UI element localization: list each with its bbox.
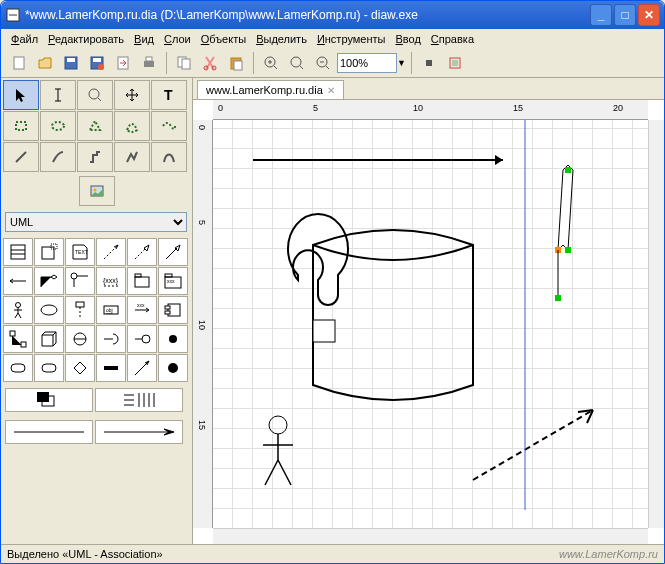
svg-point-56 xyxy=(168,363,178,373)
export-button[interactable] xyxy=(111,51,135,75)
uml-dependency[interactable] xyxy=(96,238,126,266)
svg-point-51 xyxy=(142,335,150,343)
tool-bezier[interactable] xyxy=(151,142,187,172)
svg-rect-5 xyxy=(93,58,101,62)
arrow-start[interactable] xyxy=(5,420,93,444)
uml-object[interactable]: obj xyxy=(96,296,126,324)
tool-text-edit[interactable] xyxy=(40,80,76,110)
uml-transition[interactable] xyxy=(127,354,157,382)
tool-polygon[interactable] xyxy=(77,111,113,141)
svg-rect-34 xyxy=(135,277,149,287)
uml-fork[interactable] xyxy=(96,354,126,382)
svg-point-17 xyxy=(291,57,301,67)
uml-receptacle[interactable] xyxy=(96,325,126,353)
shapeset-select[interactable]: UML xyxy=(5,212,187,232)
line-styles[interactable] xyxy=(95,388,183,412)
svg-rect-35 xyxy=(135,274,141,277)
tool-magnify[interactable] xyxy=(77,80,113,110)
tool-zigzag[interactable] xyxy=(77,142,113,172)
menu-edit[interactable]: Редактировать xyxy=(44,31,128,47)
tool-polyline[interactable] xyxy=(114,142,150,172)
zoom-input[interactable] xyxy=(337,53,397,73)
copy-button[interactable] xyxy=(172,51,196,75)
arrow-end[interactable] xyxy=(95,420,183,444)
uml-lifeline[interactable] xyxy=(65,296,95,324)
snap-toggle[interactable] xyxy=(443,51,467,75)
uml-provide[interactable] xyxy=(127,325,157,353)
cut-button[interactable] xyxy=(198,51,222,75)
new-button[interactable] xyxy=(7,51,31,75)
main-toolbar: ▼ xyxy=(1,49,664,78)
uml-realizes[interactable] xyxy=(127,238,157,266)
svg-rect-53 xyxy=(11,364,25,372)
titlebar[interactable]: *www.LamerKomp.ru.dia (D:\LamerKomp\www.… xyxy=(1,1,664,29)
svg-point-40 xyxy=(41,305,57,315)
svg-point-25 xyxy=(52,122,64,130)
save-button[interactable] xyxy=(59,51,83,75)
menu-help[interactable]: Справка xyxy=(427,31,478,47)
svg-rect-11 xyxy=(182,59,190,69)
print-button[interactable] xyxy=(137,51,161,75)
uml-largepackage[interactable]: xxx xyxy=(158,267,188,295)
grid-toggle[interactable] xyxy=(417,51,441,75)
ruler-vertical: 0 5 10 15 xyxy=(193,120,213,528)
uml-initial[interactable] xyxy=(158,354,188,382)
uml-template[interactable] xyxy=(34,238,64,266)
minimize-button[interactable]: _ xyxy=(590,4,612,26)
tool-arc[interactable] xyxy=(40,142,76,172)
menu-layers[interactable]: Слои xyxy=(160,31,195,47)
tool-outline[interactable] xyxy=(151,111,187,141)
scrollbar-vertical[interactable] xyxy=(648,120,664,528)
paste-button[interactable] xyxy=(224,51,248,75)
open-button[interactable] xyxy=(33,51,57,75)
maximize-button[interactable]: □ xyxy=(614,4,636,26)
zoom-button[interactable] xyxy=(285,51,309,75)
uml-actor[interactable] xyxy=(3,296,33,324)
uml-implements[interactable] xyxy=(65,267,95,295)
menu-view[interactable]: Вид xyxy=(130,31,158,47)
uml-constraint[interactable]: {xxx} xyxy=(96,267,126,295)
uml-activity[interactable] xyxy=(34,354,64,382)
svg-rect-62 xyxy=(565,167,571,173)
tool-box[interactable] xyxy=(3,111,39,141)
menu-file[interactable]: ФФайлайл xyxy=(7,31,42,47)
uml-branch[interactable] xyxy=(65,354,95,382)
tool-image[interactable] xyxy=(79,176,115,206)
uml-note[interactable]: TEXT xyxy=(65,238,95,266)
ruler-horizontal: 0 5 10 15 20 xyxy=(213,100,648,120)
uml-smallpackage[interactable] xyxy=(127,267,157,295)
tab-close-icon[interactable]: ✕ xyxy=(327,85,335,96)
statusbar: Выделено «UML - Association» www.LamerKo… xyxy=(1,544,664,563)
uml-component[interactable] xyxy=(158,296,188,324)
menu-objects[interactable]: Объекты xyxy=(197,31,250,47)
document-tab[interactable]: www.LamerKomp.ru.dia ✕ xyxy=(197,80,344,99)
uml-feature[interactable] xyxy=(3,325,33,353)
tool-pointer[interactable] xyxy=(3,80,39,110)
uml-node[interactable] xyxy=(34,325,64,353)
tool-line[interactable] xyxy=(3,142,39,172)
svg-text:xxx: xxx xyxy=(167,278,175,284)
uml-state[interactable] xyxy=(3,354,33,382)
tool-text[interactable]: T xyxy=(151,80,187,110)
canvas[interactable] xyxy=(213,120,648,528)
scrollbar-horizontal[interactable] xyxy=(213,528,648,544)
tool-ellipse[interactable] xyxy=(40,111,76,141)
uml-aggregation[interactable] xyxy=(34,267,64,295)
tool-beziergon[interactable] xyxy=(114,111,150,141)
menu-input[interactable]: Ввод xyxy=(391,31,424,47)
uml-classicon[interactable] xyxy=(65,325,95,353)
close-button[interactable]: ✕ xyxy=(638,4,660,26)
uml-association[interactable] xyxy=(3,267,33,295)
tool-scroll[interactable] xyxy=(114,80,150,110)
zoomin-button[interactable] xyxy=(259,51,283,75)
menu-tools[interactable]: Инструменты xyxy=(313,31,390,47)
menu-select[interactable]: Выделить xyxy=(252,31,311,47)
uml-message[interactable]: xxx xyxy=(127,296,157,324)
uml-usecase[interactable] xyxy=(34,296,64,324)
saveas-button[interactable] xyxy=(85,51,109,75)
uml-junction[interactable] xyxy=(158,325,188,353)
fg-bg-color[interactable] xyxy=(5,388,93,412)
uml-class[interactable] xyxy=(3,238,33,266)
uml-generalization[interactable] xyxy=(158,238,188,266)
zoomout-button[interactable] xyxy=(311,51,335,75)
